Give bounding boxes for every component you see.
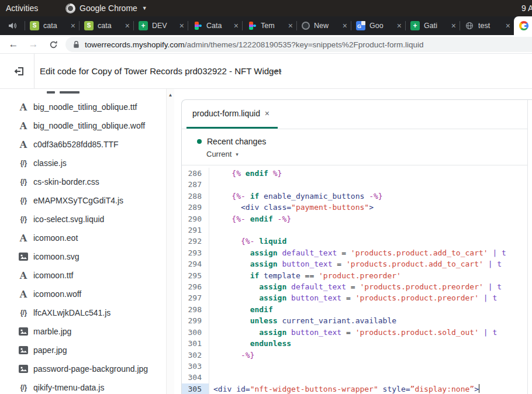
browser-tab[interactable]: New×: [296, 16, 351, 35]
file-item[interactable]: Abig_noodle_titling_oblique.ttf: [0, 98, 166, 116]
browser-tab[interactable]: GGoo×: [351, 16, 405, 35]
file-item[interactable]: password-page-background.jpg: [0, 360, 166, 378]
clock[interactable]: 9 A: [521, 4, 532, 13]
activities-button[interactable]: Activities: [6, 4, 38, 13]
image-file-icon: [18, 253, 29, 261]
code-line[interactable]: 297 assign button_text = 'products.produ…: [182, 292, 528, 303]
file-item[interactable]: Aicomoon.woff: [0, 285, 166, 303]
tab-close-icon[interactable]: ×: [125, 22, 130, 30]
browser-tab-strip: Scata×Scata×+DEV×Cata×Tem×New×GGoo×+Gati…: [0, 16, 532, 35]
sidebar-scrollbar[interactable]: ▲: [166, 89, 174, 394]
file-item[interactable]: {/}cs-skin-border.css: [0, 172, 166, 191]
tab-title: cata: [98, 22, 122, 30]
file-item[interactable]: Ac0df3a6b528fdd85.TTF: [0, 135, 166, 154]
image-file-icon: [18, 327, 29, 336]
code-line[interactable]: 294 assign button_text = 'products.produ…: [182, 258, 528, 269]
file-item[interactable]: {/}qikify-tmenu-data.js: [0, 378, 166, 394]
code-line[interactable]: 300 assign button_text = 'products.produ…: [182, 327, 528, 338]
editor-scrollbar[interactable]: [527, 100, 532, 394]
browser-tab[interactable]: Scata×: [25, 16, 79, 35]
code-line-content: -%}: [209, 350, 254, 361]
file-item[interactable]: {/}ico-select.svg.liquid: [0, 210, 166, 229]
browser-tab[interactable]: +DEV×: [133, 16, 188, 35]
code-line[interactable]: 291: [182, 224, 528, 236]
url-bar[interactable]: towerrecords.myshopify.com/admin/themes/…: [65, 37, 532, 52]
revision-status: Recent changes: [207, 137, 266, 146]
file-item[interactable]: marble.jpg: [0, 322, 166, 341]
tab-close-icon[interactable]: ×: [179, 22, 184, 30]
browser-tab[interactable]: Tem×: [242, 16, 296, 35]
tab-close-icon[interactable]: ×: [71, 22, 75, 30]
line-number: 304: [182, 372, 209, 383]
file-item[interactable]: icomoon.svg: [0, 247, 166, 266]
code-line[interactable]: 288 {%- if enable_dynamic_buttons -%}: [182, 191, 528, 202]
code-line[interactable]: 287: [182, 179, 528, 190]
code-file-icon: {/}: [18, 309, 29, 317]
code-line[interactable]: 293 assign default_text = 'products.prod…: [182, 247, 528, 258]
file-name: eMAPMXSyTCgGdiT4.js: [33, 196, 123, 205]
url-domain: towerrecords.myshopify.com: [85, 40, 185, 49]
font-file-icon: A: [18, 270, 29, 281]
tab-close-icon[interactable]: ×: [397, 22, 402, 30]
browser-tab[interactable]: Cata×: [188, 16, 242, 35]
revision-selector[interactable]: Current ▾: [206, 150, 532, 158]
tab-close-icon[interactable]: ×: [234, 22, 239, 30]
unsaved-changes-dot-icon: [197, 139, 202, 144]
chevron-down-icon: ▼: [142, 5, 147, 11]
code-line[interactable]: 301 endunless: [182, 338, 528, 349]
clipped-file-item: [47, 91, 55, 94]
code-line[interactable]: 304: [182, 372, 528, 383]
close-icon[interactable]: ×: [265, 109, 278, 118]
tab-close-icon[interactable]: ×: [343, 22, 347, 30]
tab-close-icon[interactable]: ×: [451, 22, 456, 30]
line-number: 296: [182, 281, 209, 292]
tab-close-icon[interactable]: ×: [506, 22, 510, 30]
os-top-bar: Activities Google Chrome ▼ 9 A: [0, 0, 532, 16]
line-number: 300: [182, 327, 209, 338]
file-item[interactable]: Aicomoon.ttf: [0, 266, 166, 285]
back-button[interactable]: ←: [6, 37, 21, 52]
font-file-icon: A: [18, 289, 29, 300]
forward-button[interactable]: →: [26, 37, 41, 52]
browser-tab[interactable]: test×: [460, 16, 514, 35]
line-number: 289: [182, 202, 209, 213]
code-line-content: {%- if enable_dynamic_buttons -%}: [209, 191, 383, 202]
lock-icon[interactable]: [73, 40, 80, 49]
browser-tab[interactable]: +Gati×: [405, 16, 460, 35]
code-line-content: {% endif %}: [209, 168, 282, 179]
reload-button[interactable]: [46, 37, 61, 52]
code-line[interactable]: 289 <div class="payment-buttons">: [182, 202, 528, 213]
code-line[interactable]: 298 endif: [182, 304, 528, 315]
editor-file-tab[interactable]: product-form.liquid ×: [186, 100, 278, 129]
tab-title: Tem: [261, 22, 285, 30]
code-line[interactable]: 296 assign default_text = 'products.prod…: [182, 281, 528, 292]
code-line[interactable]: 290 {%- endif -%}: [182, 213, 528, 224]
exit-icon[interactable]: [12, 64, 26, 78]
file-name: c0df3a6b528fdd85.TTF: [33, 140, 119, 149]
tab-close-icon[interactable]: ×: [288, 22, 293, 30]
file-item[interactable]: Abig_noodle_titling_oblique.woff: [0, 116, 166, 135]
code-area[interactable]: 286 {% endif %}287288 {%- if enable_dyna…: [182, 166, 528, 394]
file-item[interactable]: paper.jpg: [0, 341, 166, 360]
code-line[interactable]: 303: [182, 361, 528, 372]
app-menu[interactable]: Google Chrome ▼: [65, 4, 147, 13]
code-line[interactable]: 295 if template == 'product.preorder': [182, 270, 528, 281]
browser-tab[interactable]: [514, 16, 532, 35]
file-item[interactable]: {/}lfcAXLwjkDALc541.js: [0, 303, 166, 322]
file-item[interactable]: Aicomoon.eot: [0, 229, 166, 247]
code-line[interactable]: 292 {%- liquid: [182, 236, 528, 247]
sheets-favicon-icon: +: [410, 21, 420, 30]
file-item[interactable]: {/}classie.js: [0, 154, 166, 172]
scroll-up-arrow-icon[interactable]: ▲: [167, 92, 174, 98]
code-line[interactable]: 305<div id="nft-widget-buttons-wrapper" …: [182, 383, 528, 394]
overflow-menu-button[interactable]: •••: [271, 54, 283, 88]
revision-box: Recent changes Current ▾: [182, 129, 532, 165]
browser-tab[interactable]: Scata×: [79, 16, 133, 35]
speaker-icon[interactable]: [0, 16, 25, 35]
file-item[interactable]: {/}eMAPMXSyTCgGdiT4.js: [0, 191, 166, 210]
code-line-content: assign button_text = 'products.product.s…: [209, 327, 497, 338]
code-line[interactable]: 299 unless current_variant.available: [182, 315, 528, 326]
code-line[interactable]: 286 {% endif %}: [182, 168, 528, 179]
code-line[interactable]: 302 -%}: [182, 350, 528, 361]
editor-tab-row: product-form.liquid ×: [182, 100, 532, 129]
